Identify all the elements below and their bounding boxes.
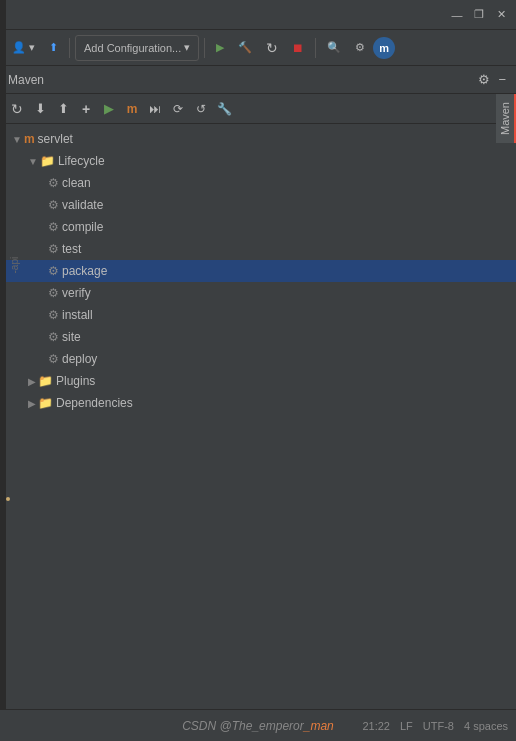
maven-m-button[interactable]: m <box>121 98 143 120</box>
tree-item-dependencies[interactable]: ▶ 📁 Dependencies <box>0 392 516 414</box>
tree-item-validate[interactable]: ⚙ validate <box>0 194 516 216</box>
build-icon: 🔨 <box>238 41 252 54</box>
add-config-label: Add Configuration... <box>84 42 181 54</box>
install-label: install <box>62 308 93 322</box>
maximize-button[interactable]: ❐ <box>472 8 486 22</box>
reload-icon: ↻ <box>266 40 278 56</box>
status-bar-right: 21:22 LF UTF-8 4 spaces <box>362 720 508 732</box>
plugins-chevron: ▶ <box>28 376 36 387</box>
maven-wrench-icon: 🔧 <box>217 102 232 116</box>
settings-icon: ⚙ <box>355 41 365 54</box>
panel-title: Maven <box>8 73 44 87</box>
panel-header-actions: ⚙ − <box>476 70 508 89</box>
toolbar-separator-2 <box>204 38 205 58</box>
lifecycle-folder-icon: 📁 <box>40 154 55 168</box>
tree-item-servlet[interactable]: ▼ m servlet <box>0 128 516 150</box>
dropdown-arrow: ▾ <box>29 41 35 54</box>
cursor-icon: ⬆ <box>49 41 58 54</box>
tree-item-clean[interactable]: ⚙ clean <box>0 172 516 194</box>
maven-download-button[interactable]: ⬇ <box>29 98 51 120</box>
settings-button[interactable]: ⚙ <box>349 35 371 61</box>
tree-item-deploy[interactable]: ⚙ deploy <box>0 348 516 370</box>
lifecycle-label: Lifecycle <box>58 154 105 168</box>
run-icon: ▶ <box>216 41 224 54</box>
logo-icon: m <box>379 42 389 54</box>
logo-button[interactable]: m <box>373 37 395 59</box>
watermark-pre: CSDN @The_emperor <box>182 719 304 733</box>
profile-icon: 👤 <box>12 41 26 54</box>
stop-button[interactable]: ⏹ <box>286 35 310 61</box>
tree-item-package[interactable]: ⚙ package <box>0 260 516 282</box>
panel-collapse-button[interactable]: − <box>496 70 508 89</box>
tree-item-compile[interactable]: ⚙ compile <box>0 216 516 238</box>
plugins-folder-icon: 📁 <box>38 374 53 388</box>
maven-add-button[interactable]: + <box>75 98 97 120</box>
tree-item-verify[interactable]: ⚙ verify <box>0 282 516 304</box>
add-configuration-button[interactable]: Add Configuration... ▾ <box>75 35 199 61</box>
maven-upload-icon: ⬆ <box>58 101 69 116</box>
verify-label: verify <box>62 286 91 300</box>
maven-add-icon: + <box>82 101 90 117</box>
maven-refresh-icon: ↻ <box>11 101 23 117</box>
tree-panel: ▼ m servlet ▼ 📁 Lifecycle ⚙ clean ⚙ vali… <box>0 124 516 709</box>
title-bar-controls: — ❐ ✕ <box>450 8 508 22</box>
profile-button[interactable]: 👤 ▾ <box>6 35 41 61</box>
maven-refresh-button[interactable]: ↻ <box>6 98 28 120</box>
compile-gear-icon: ⚙ <box>48 220 59 234</box>
api-label: -api <box>9 257 20 274</box>
maven-toolbar: ↻ ⬇ ⬆ + ▶ m ⏭ ⟳ ↺ 🔧 <box>0 94 516 124</box>
tree-item-install[interactable]: ⚙ install <box>0 304 516 326</box>
tree-item-lifecycle[interactable]: ▼ 📁 Lifecycle <box>0 150 516 172</box>
dependencies-folder-icon: 📁 <box>38 396 53 410</box>
panel-settings-button[interactable]: ⚙ <box>476 70 492 89</box>
tree-item-plugins[interactable]: ▶ 📁 Plugins <box>0 370 516 392</box>
watermark-highlight: _man <box>304 719 334 733</box>
reload-button[interactable]: ↻ <box>260 35 284 61</box>
maven-lifecycle-icon: ↺ <box>196 102 206 116</box>
site-gear-icon: ⚙ <box>48 330 59 344</box>
indicator-dot <box>6 497 10 501</box>
test-label: test <box>62 242 81 256</box>
maven-wrench-button[interactable]: 🔧 <box>213 98 235 120</box>
maven-run-icon: ▶ <box>104 101 114 116</box>
install-gear-icon: ⚙ <box>48 308 59 322</box>
panel-header: Maven ⚙ − <box>0 66 516 94</box>
servlet-chevron: ▼ <box>12 134 22 145</box>
search-button[interactable]: 🔍 <box>321 35 347 61</box>
maven-skip-icon: ⏭ <box>149 102 161 116</box>
tree-item-site[interactable]: ⚙ site <box>0 326 516 348</box>
status-bar-center: CSDN @The_emperor_man <box>182 719 334 733</box>
panel-settings-icon: ⚙ <box>478 72 490 87</box>
dependencies-chevron: ▶ <box>28 398 36 409</box>
build-button[interactable]: 🔨 <box>232 35 258 61</box>
validate-label: validate <box>62 198 103 212</box>
validate-gear-icon: ⚙ <box>48 198 59 212</box>
verify-gear-icon: ⚙ <box>48 286 59 300</box>
minimize-button[interactable]: — <box>450 8 464 22</box>
site-label: site <box>62 330 81 344</box>
maven-vertical-tab[interactable]: Maven <box>496 94 516 143</box>
close-button[interactable]: ✕ <box>494 8 508 22</box>
status-time: 21:22 <box>362 720 390 732</box>
stop-icon: ⏹ <box>292 41 304 55</box>
maven-lifecycle-button[interactable]: ↺ <box>190 98 212 120</box>
maven-upload-button[interactable]: ⬆ <box>52 98 74 120</box>
arrow-button[interactable]: ⬆ <box>43 35 64 61</box>
servlet-label: servlet <box>38 132 73 146</box>
test-gear-icon: ⚙ <box>48 242 59 256</box>
title-bar: — ❐ ✕ <box>0 0 516 30</box>
clean-label: clean <box>62 176 91 190</box>
toolbar-separator-3 <box>315 38 316 58</box>
toolbar-left: 👤 ▾ ⬆ <box>6 35 64 61</box>
main-toolbar: 👤 ▾ ⬆ Add Configuration... ▾ ▶ 🔨 ↻ ⏹ 🔍 ⚙… <box>0 30 516 66</box>
status-lf: LF <box>400 720 413 732</box>
maven-run-button[interactable]: ▶ <box>98 98 120 120</box>
search-icon: 🔍 <box>327 41 341 54</box>
lifecycle-chevron: ▼ <box>28 156 38 167</box>
maven-sync-button[interactable]: ⟳ <box>167 98 189 120</box>
maven-sync-icon: ⟳ <box>173 102 183 116</box>
tree-item-test[interactable]: ⚙ test <box>0 238 516 260</box>
run-button[interactable]: ▶ <box>210 35 230 61</box>
add-config-arrow: ▾ <box>184 41 190 54</box>
maven-skip-button[interactable]: ⏭ <box>144 98 166 120</box>
